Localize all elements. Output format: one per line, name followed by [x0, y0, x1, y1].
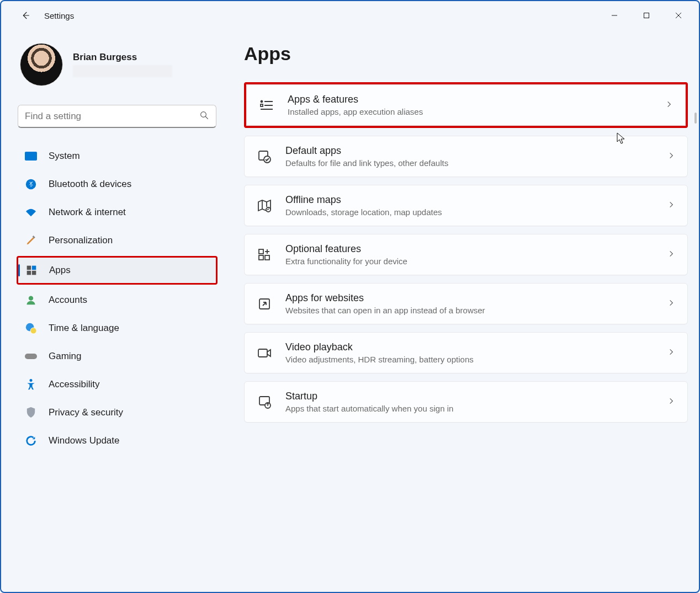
person-icon	[24, 293, 38, 307]
scrollbar[interactable]	[694, 113, 697, 124]
globe-clock-icon	[24, 322, 38, 335]
sidebar-item-label: Time & language	[49, 323, 119, 334]
chevron-right-icon	[667, 201, 675, 211]
sidebar-item-bluetooth[interactable]: Bluetooth & devices	[18, 172, 216, 197]
startup-icon	[257, 394, 272, 410]
svg-rect-30	[259, 249, 263, 254]
chevron-right-icon	[667, 348, 675, 358]
profile-name: Brian Burgess	[73, 52, 172, 63]
sidebar-item-time-language[interactable]: Time & language	[18, 316, 216, 341]
apps-icon	[25, 264, 38, 277]
svg-rect-34	[258, 349, 267, 357]
video-icon	[257, 345, 272, 361]
sidebar-item-personalization[interactable]: Personalization	[18, 228, 216, 253]
update-icon	[24, 434, 38, 447]
main-content: Apps Apps & features Installed apps, app…	[222, 30, 699, 592]
close-button[interactable]	[662, 4, 694, 26]
card-offline-maps[interactable]: Offline maps Downloads, storage location…	[244, 185, 688, 226]
card-subtitle: Installed apps, app execution aliases	[288, 107, 652, 116]
sidebar-item-label: System	[49, 151, 80, 162]
sidebar-item-label: Windows Update	[49, 435, 120, 446]
svg-point-15	[30, 328, 36, 334]
nav: System Bluetooth & devices Network & int…	[18, 143, 216, 453]
sidebar-item-label: Privacy & security	[49, 407, 123, 418]
list-icon	[259, 98, 274, 113]
profile[interactable]: Brian Burgess	[20, 43, 216, 86]
card-video-playback[interactable]: Video playback Video adjustments, HDR st…	[244, 332, 688, 373]
svg-rect-12	[32, 271, 36, 275]
paintbrush-icon	[24, 234, 38, 247]
card-subtitle: Defaults for file and link types, other …	[285, 158, 654, 168]
avatar	[20, 43, 63, 86]
svg-rect-16	[25, 354, 37, 359]
sidebar-item-gaming[interactable]: Gaming	[18, 344, 216, 369]
card-title: Default apps	[285, 145, 654, 157]
system-icon	[24, 149, 38, 163]
open-external-icon	[257, 296, 272, 312]
window-title: Settings	[44, 11, 74, 20]
svg-line-5	[205, 116, 208, 119]
wifi-icon	[24, 206, 38, 219]
highlight-nav-apps: Apps	[17, 256, 218, 285]
sidebar-item-apps[interactable]: Apps	[18, 258, 216, 283]
card-title: Startup	[285, 391, 654, 402]
accessibility-icon	[24, 378, 38, 391]
card-subtitle: Apps that start automatically when you s…	[285, 404, 654, 413]
sidebar-item-privacy[interactable]: Privacy & security	[18, 400, 216, 425]
card-title: Optional features	[285, 243, 654, 255]
shield-icon	[24, 406, 38, 419]
card-title: Apps & features	[288, 94, 652, 105]
maximize-button[interactable]	[630, 4, 662, 26]
card-title: Offline maps	[285, 194, 654, 206]
svg-rect-29	[265, 255, 269, 260]
card-apps-for-websites[interactable]: Apps for websites Websites that can open…	[244, 283, 688, 324]
sidebar-item-label: Personalization	[49, 235, 113, 246]
sidebar-item-label: Network & internet	[49, 207, 126, 218]
svg-rect-20	[261, 104, 263, 106]
card-apps-features[interactable]: Apps & features Installed apps, app exec…	[246, 84, 686, 126]
back-button[interactable]	[14, 4, 36, 26]
sidebar-item-label: Accounts	[49, 295, 87, 306]
default-apps-icon	[257, 149, 272, 164]
chevron-right-icon	[667, 250, 675, 260]
gamepad-icon	[24, 350, 38, 363]
svg-point-17	[30, 379, 33, 382]
card-startup[interactable]: Startup Apps that start automatically wh…	[244, 381, 688, 423]
card-subtitle: Websites that can open in an app instead…	[285, 306, 654, 315]
sidebar-item-system[interactable]: System	[18, 143, 216, 169]
grid-plus-icon	[257, 247, 272, 263]
card-title: Apps for websites	[285, 292, 654, 304]
svg-rect-28	[259, 255, 263, 260]
sidebar-item-accessibility[interactable]: Accessibility	[18, 372, 216, 397]
profile-email-redacted	[73, 65, 172, 77]
search-input[interactable]	[25, 111, 199, 122]
sidebar: Brian Burgess System Bluetooth & dev	[1, 30, 222, 592]
svg-point-13	[29, 296, 33, 301]
highlight-apps-features: Apps & features Installed apps, app exec…	[244, 82, 688, 128]
sidebar-item-network[interactable]: Network & internet	[18, 200, 216, 225]
svg-rect-1	[644, 13, 649, 18]
bluetooth-icon	[24, 178, 38, 191]
chevron-right-icon	[667, 299, 675, 309]
chevron-right-icon	[667, 397, 675, 407]
sidebar-item-label: Gaming	[49, 351, 82, 362]
svg-rect-6	[25, 152, 37, 161]
sidebar-item-windows-update[interactable]: Windows Update	[18, 428, 216, 453]
chevron-right-icon	[665, 100, 673, 110]
sidebar-item-accounts[interactable]: Accounts	[18, 287, 216, 313]
card-optional-features[interactable]: Optional features Extra functionality fo…	[244, 234, 688, 275]
svg-rect-11	[27, 271, 31, 275]
card-default-apps[interactable]: Default apps Defaults for file and link …	[244, 136, 688, 177]
card-subtitle: Extra functionality for your device	[285, 257, 654, 266]
search-icon	[199, 110, 209, 122]
sidebar-item-label: Accessibility	[49, 379, 100, 390]
card-subtitle: Video adjustments, HDR streaming, batter…	[285, 355, 654, 364]
search-box[interactable]	[18, 105, 216, 128]
svg-point-4	[201, 111, 206, 117]
svg-rect-9	[27, 266, 31, 270]
card-title: Video playback	[285, 341, 654, 353]
sidebar-item-label: Bluetooth & devices	[49, 179, 131, 190]
svg-rect-10	[32, 266, 36, 270]
minimize-button[interactable]	[598, 4, 630, 26]
card-subtitle: Downloads, storage location, map updates	[285, 207, 654, 217]
